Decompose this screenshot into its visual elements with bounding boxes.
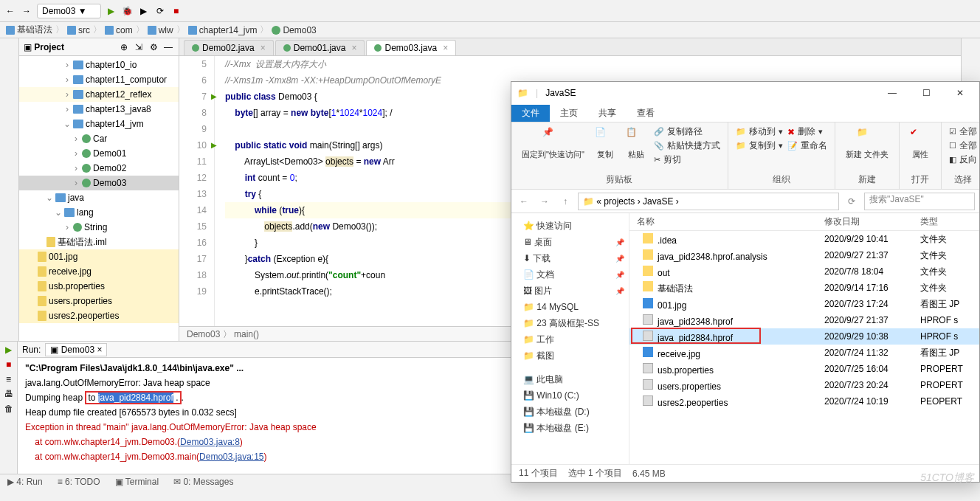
breadcrumb-item[interactable]: wlw	[148, 25, 173, 35]
tree-node[interactable]: ›chapter12_reflex	[19, 87, 179, 102]
rename-button[interactable]: 📝 重命名	[787, 139, 827, 152]
editor-tab[interactable]: Demo02.java ×	[184, 40, 274, 55]
run-config-dropdown[interactable]: Demo03 ▼	[37, 4, 101, 18]
breadcrumb-item[interactable]: 基础语法	[6, 24, 52, 36]
ribbon-tab[interactable]: 文件	[511, 105, 550, 122]
print-icon[interactable]: 🖶	[4, 389, 13, 399]
target-icon[interactable]: ⊕	[118, 41, 130, 53]
file-row[interactable]: 基础语法2020/9/14 17:16文件夹	[629, 280, 979, 296]
minimize-icon[interactable]: —	[879, 88, 905, 98]
paste-shortcut-button[interactable]: 📎 粘贴快捷方式	[654, 139, 720, 152]
paste-button[interactable]: 📋粘贴	[623, 125, 649, 166]
nav-item[interactable]: 💻 此电脑	[516, 371, 624, 387]
file-row[interactable]: 001.jpg2020/7/23 17:24看图王 JP	[629, 296, 979, 312]
trash-icon[interactable]: 🗑	[4, 404, 13, 414]
search-input[interactable]: 搜索"JavaSE"	[864, 193, 975, 210]
col-name[interactable]: 名称	[629, 215, 824, 228]
breadcrumb-item[interactable]: src	[67, 25, 90, 35]
stop-icon[interactable]: ■	[170, 5, 182, 17]
file-row[interactable]: java_pid2348.hprof.analysis2020/9/27 21:…	[629, 247, 979, 263]
status-item[interactable]: ▶ 4: Run	[7, 477, 43, 487]
breadcrumb-item[interactable]: com	[105, 25, 133, 35]
tree-node[interactable]: ›chapter11_computor	[19, 72, 179, 87]
col-date[interactable]: 修改日期	[824, 215, 920, 228]
debug-icon[interactable]: 🐞	[122, 5, 134, 17]
file-row[interactable]: java_pid2348.hprof2020/9/27 21:37HPROF s	[629, 312, 979, 328]
col-type[interactable]: 类型	[920, 215, 979, 228]
refresh-icon[interactable]: ⟳	[843, 193, 860, 210]
gear-icon[interactable]: ⚙	[148, 41, 159, 53]
ribbon-tab[interactable]: 共享	[588, 105, 627, 122]
ribbon-tab[interactable]: 查看	[627, 105, 665, 122]
hide-icon[interactable]: —	[162, 41, 174, 53]
coverage-icon[interactable]: ▶	[138, 5, 150, 17]
forward-icon[interactable]: →	[21, 5, 32, 17]
tree-node[interactable]: ›Demo03	[19, 176, 179, 190]
nav-item[interactable]: 💾 本地磁盘 (D:)	[516, 404, 624, 420]
tree-node[interactable]: ⌄java	[19, 190, 179, 205]
tree-node[interactable]: ›chapter10_io	[19, 58, 179, 72]
nav-item[interactable]: 💾 本地磁盘 (E:)	[516, 420, 624, 436]
tree-node[interactable]: 001.jpg	[19, 249, 179, 264]
status-item[interactable]: ✉ 0: Messages	[173, 477, 233, 487]
move-to-button[interactable]: 📁 移动到 ▾	[736, 125, 783, 138]
nav-back-icon[interactable]: ←	[516, 193, 532, 210]
file-row[interactable]: receive.jpg2020/7/24 11:32看图王 JP	[629, 345, 979, 361]
stop-icon[interactable]: ■	[6, 359, 11, 370]
file-row[interactable]: usb.properties2020/7/25 16:04PROPERT	[629, 361, 979, 377]
tree-node[interactable]: ›String	[19, 220, 179, 235]
back-icon[interactable]: ←	[4, 5, 16, 17]
nav-item[interactable]: 📁 截图	[516, 348, 624, 364]
tree-node[interactable]: usb.properties	[19, 279, 179, 294]
tree-node[interactable]: users.properties	[19, 294, 179, 308]
ribbon-tab[interactable]: 主页	[550, 105, 588, 122]
nav-item[interactable]: 📁 23 高级框架-SS	[516, 315, 624, 331]
address-bar[interactable]: 📁 « projects › JavaSE ›	[578, 193, 839, 210]
file-row[interactable]: usres2.peoperties2020/7/24 10:19PEOPERT	[629, 393, 979, 410]
copy-to-button[interactable]: 📁 复制到 ▾	[736, 139, 783, 152]
nav-fwd-icon[interactable]: →	[536, 193, 553, 210]
new-folder-button[interactable]: 📁新建 文件夹	[843, 125, 891, 162]
run-config-tab[interactable]: ▣ Demo03 ×	[45, 343, 107, 356]
breadcrumb-item[interactable]: chapter14_jvm	[188, 25, 258, 35]
nav-item[interactable]: ⭐ 快速访问	[516, 218, 624, 234]
editor-tab[interactable]: Demo03.java ×	[366, 40, 456, 55]
close-icon[interactable]: ✕	[947, 88, 973, 98]
profile-icon[interactable]: ⟳	[154, 5, 166, 17]
file-row[interactable]: .idea2020/9/29 10:41文件夹	[629, 231, 979, 247]
tree-node[interactable]: ›Demo02	[19, 161, 179, 176]
status-item[interactable]: ▣ Terminal	[115, 477, 159, 487]
copy-path-button[interactable]: 🔗 复制路径	[654, 125, 720, 138]
tree-node[interactable]: ⌄chapter14_jvm	[19, 117, 179, 131]
nav-item[interactable]: 🖥 桌面📌	[516, 234, 624, 250]
rerun-icon[interactable]: ▶	[5, 345, 12, 355]
nav-item[interactable]: 📄 文档📌	[516, 266, 624, 283]
nav-item[interactable]: 💾 Win10 (C:)	[516, 387, 624, 404]
file-row[interactable]: users.properties2020/7/23 20:24PROPERT	[629, 377, 979, 393]
delete-button[interactable]: ✖ 删除 ▾	[787, 125, 827, 138]
nav-item[interactable]: ⬇ 下载📌	[516, 250, 624, 266]
breadcrumb-item[interactable]: Demo03	[272, 25, 316, 35]
properties-button[interactable]: ✔属性	[907, 125, 934, 162]
layout-icon[interactable]: ≡	[6, 374, 11, 384]
select-none-button[interactable]: ☐ 全部	[949, 139, 977, 152]
maximize-icon[interactable]: ☐	[913, 88, 939, 98]
run-icon[interactable]: ▶	[106, 5, 117, 17]
file-row[interactable]: java_pid2884.hprof2020/9/29 10:38HPROF s	[629, 328, 979, 345]
tree-node[interactable]: 基础语法.iml	[19, 235, 179, 249]
collapse-icon[interactable]: ⇲	[133, 41, 145, 53]
nav-item[interactable]	[516, 364, 624, 371]
nav-item[interactable]: 📁 工作	[516, 331, 624, 348]
tree-node[interactable]: usres2.peoperties	[19, 308, 179, 323]
tree-node[interactable]: receive.jpg	[19, 264, 179, 279]
select-all-button[interactable]: ☑ 全部	[949, 125, 977, 138]
nav-up-icon[interactable]: ↑	[557, 193, 573, 210]
tree-node[interactable]: ›Car	[19, 131, 179, 146]
tree-node[interactable]: ›Demo01	[19, 146, 179, 161]
tree-node[interactable]: ⌄lang	[19, 205, 179, 220]
editor-tab[interactable]: Demo01.java ×	[275, 40, 365, 55]
status-item[interactable]: ≡ 6: TODO	[58, 477, 100, 487]
nav-item[interactable]: 📁 14 MySQL	[516, 299, 624, 315]
file-row[interactable]: out2020/7/8 18:04文件夹	[629, 263, 979, 280]
nav-item[interactable]: 🖼 图片📌	[516, 283, 624, 299]
